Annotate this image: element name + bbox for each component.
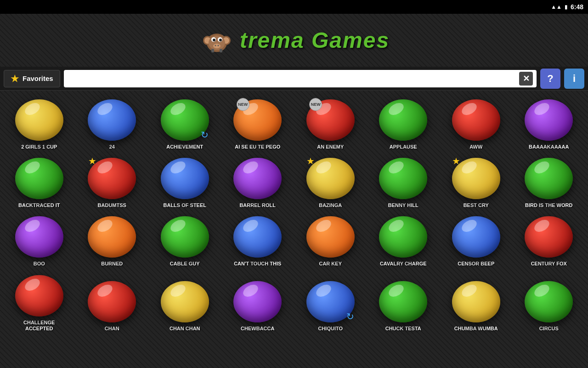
sound-item[interactable]: CHUCK TESTA <box>367 271 440 335</box>
search-input[interactable] <box>68 75 516 83</box>
sound-ball <box>306 216 355 258</box>
sound-item[interactable]: NEWAN ENEMY <box>294 95 367 154</box>
monkey-logo-icon <box>198 22 235 59</box>
sound-label: BOO <box>34 261 45 267</box>
clock: 6:48 <box>571 3 583 11</box>
sound-ball <box>88 281 136 322</box>
sound-label: CHALLENGE ACCEPTED <box>11 320 67 332</box>
sound-label: CHUMBA WUMBA <box>454 326 498 332</box>
sound-label: ACHIEVEMENT <box>166 144 203 150</box>
sound-ball <box>233 281 282 322</box>
sound-item[interactable]: BARREL ROLL <box>221 154 294 212</box>
sound-label: BEST CRY <box>464 202 489 208</box>
sound-item[interactable]: ★BEST CRY <box>440 154 513 212</box>
logo-area: trema Games <box>198 22 390 59</box>
sound-item[interactable]: 2 GIRLS 1 CUP <box>3 95 76 154</box>
sound-ball <box>88 99 136 141</box>
sound-item[interactable]: CHALLENGE ACCEPTED <box>3 271 76 335</box>
star-badge: ★ <box>306 155 315 167</box>
sound-label: CHAN <box>105 326 119 332</box>
sound-item[interactable]: CHAN CHAN <box>148 271 221 335</box>
sound-item[interactable]: CAR KEY <box>294 212 367 270</box>
sound-item[interactable]: CHEWBACCA <box>221 271 294 335</box>
sounds-grid: 2 GIRLS 1 CUP24↻ACHIEVEMENTNEWAI SE EU T… <box>3 95 585 335</box>
svg-point-9 <box>219 39 222 41</box>
new-badge: NEW <box>237 98 249 111</box>
sound-ball <box>379 158 427 199</box>
help-button[interactable]: ? <box>540 69 560 89</box>
battery-icon: ▮ <box>565 4 568 10</box>
sound-ball <box>379 99 427 141</box>
sound-ball <box>161 281 209 322</box>
sound-ball <box>379 216 427 258</box>
sound-label: BIRD IS THE WORD <box>525 202 572 208</box>
sound-label: AWW <box>469 144 482 150</box>
sound-label: CIRCUS <box>539 326 559 332</box>
sound-label: CHAN CHAN <box>170 326 200 332</box>
refresh-badge: ↻ <box>346 311 354 322</box>
sound-ball <box>525 99 573 141</box>
sound-item[interactable]: CENTURY FOX <box>513 212 586 270</box>
sound-label: APPLAUSE <box>390 144 417 150</box>
refresh-badge: ↻ <box>201 129 209 140</box>
sound-item[interactable]: BACKTRACED IT <box>3 154 76 212</box>
sound-item[interactable]: NEWAI SE EU TE PEGO <box>221 95 294 154</box>
sound-ball <box>88 216 136 258</box>
sound-label: BARREL ROLL <box>239 202 276 208</box>
toolbar: ★ Favorites ✕ ? i <box>0 67 588 91</box>
sound-ball <box>233 216 282 258</box>
sound-item[interactable]: CENSOR BEEP <box>440 212 513 270</box>
sound-item[interactable]: CHUMBA WUMBA <box>440 271 513 335</box>
sound-label: CAR KEY <box>319 261 342 267</box>
sound-label: 2 GIRLS 1 CUP <box>21 144 57 150</box>
sound-ball <box>15 99 63 141</box>
sound-item[interactable]: 24 <box>76 95 149 154</box>
sound-label: AN ENEMY <box>317 144 344 150</box>
svg-rect-13 <box>211 49 214 52</box>
sound-item[interactable]: CIRCUS <box>513 271 586 335</box>
sound-label: CHIQUITO <box>318 326 343 332</box>
sound-item[interactable]: BENNY HILL <box>367 154 440 212</box>
sound-label: BENNY HILL <box>388 202 418 208</box>
sound-item[interactable]: BIRD IS THE WORD <box>513 154 586 212</box>
svg-point-8 <box>213 39 215 41</box>
sound-ball <box>525 281 573 322</box>
sound-item[interactable]: BURNED <box>76 212 149 270</box>
sound-label: BURNED <box>101 261 123 267</box>
sound-item[interactable]: ↻CHIQUITO <box>294 271 367 335</box>
sound-label: CAN'T TOUCH THIS <box>234 261 281 267</box>
sound-item[interactable]: CABLE GUY <box>148 212 221 270</box>
sound-ball <box>15 158 63 199</box>
sound-ball <box>161 158 209 199</box>
sound-item[interactable]: ★BADUMTSS <box>76 154 149 212</box>
sound-label: BAZINGA <box>319 202 342 208</box>
sound-item[interactable]: ★BAZINGA <box>294 154 367 212</box>
star-badge: ★ <box>88 155 96 167</box>
sound-ball <box>379 281 427 322</box>
sound-item[interactable]: ↻ACHIEVEMENT <box>148 95 221 154</box>
sound-item[interactable]: BAAAAKAAAAA <box>513 95 586 154</box>
sound-item[interactable]: BOO <box>3 212 76 270</box>
sound-label: BALLS OF STEEL <box>164 202 207 208</box>
sound-item[interactable]: CHAN <box>76 271 149 335</box>
svg-point-10 <box>213 44 220 48</box>
sound-ball <box>15 216 63 258</box>
sound-item[interactable]: AWW <box>440 95 513 154</box>
sound-label: BAAAAKAAAAA <box>529 144 569 150</box>
sound-ball <box>233 158 282 199</box>
sound-item[interactable]: CAVALRY CHARGE <box>367 212 440 270</box>
sound-ball <box>525 158 573 199</box>
sound-item[interactable]: CAN'T TOUCH THIS <box>221 212 294 270</box>
sound-ball <box>452 99 500 141</box>
sound-label: 24 <box>109 144 115 150</box>
sound-ball <box>452 216 500 258</box>
sound-ball <box>525 216 573 258</box>
sound-item[interactable]: BALLS OF STEEL <box>148 154 221 212</box>
sound-label: CABLE GUY <box>170 261 200 267</box>
favorites-button[interactable]: ★ Favorites <box>4 70 60 87</box>
sound-label: CAVALRY CHARGE <box>380 261 427 267</box>
favorites-star-icon: ★ <box>11 73 19 84</box>
info-button[interactable]: i <box>564 69 584 89</box>
clear-button[interactable]: ✕ <box>519 72 533 86</box>
sound-item[interactable]: APPLAUSE <box>367 95 440 154</box>
